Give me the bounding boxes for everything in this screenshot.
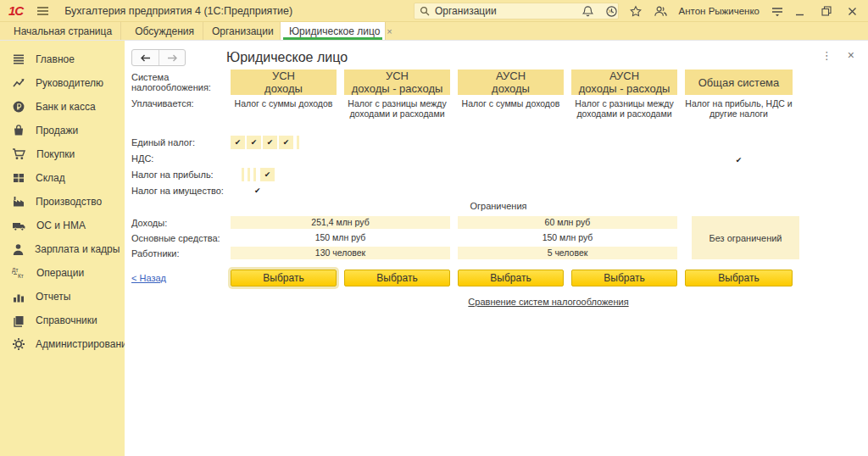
books-icon <box>12 314 25 327</box>
sidebar-item-production[interactable]: Производство <box>0 190 125 214</box>
property-tax-row: Налог на имущество: ✔ <box>125 182 868 198</box>
sidebar-item-payroll-hr[interactable]: Зарплата и кадры <box>0 237 125 261</box>
sidebar-item-label: Главное <box>36 53 75 65</box>
truck-icon <box>12 220 26 232</box>
sidebar-item-label: Справочники <box>36 314 97 326</box>
tab-label: Организации <box>212 25 274 37</box>
tab-discussions[interactable]: Обсуждения <box>121 22 203 40</box>
row-label: НДС: <box>131 153 231 164</box>
sidebar-item-label: Продажи <box>36 125 78 136</box>
sidebar-item-operations[interactable]: ДтКт Операции <box>0 261 125 285</box>
select-button-usn-income[interactable]: Выбрать <box>231 270 337 286</box>
service-menu-icon[interactable] <box>771 6 784 17</box>
bag-icon <box>12 124 25 137</box>
legal-entity-panel: ⋮ × Юридическое лицо Система налогооблож… <box>125 41 868 456</box>
forward-button[interactable] <box>159 50 185 65</box>
close-button[interactable] <box>848 7 863 16</box>
select-button-general-system[interactable]: Выбрать <box>685 270 793 286</box>
arrow-left-icon <box>140 54 151 62</box>
checkbox-checked: ✔ <box>231 136 245 149</box>
sidebar-item-label: Покупки <box>36 148 75 160</box>
compare-link-row: Сравнение систем налогообложения <box>125 297 868 309</box>
tab-bar: Начальная страница Обсуждения Организаци… <box>0 22 868 41</box>
arrow-right-icon <box>167 54 178 62</box>
person-icon <box>12 243 25 256</box>
tab-home[interactable]: Начальная страница <box>0 22 121 40</box>
tab-label: Обсуждения <box>135 25 194 37</box>
select-buttons-row: < Назад Выбрать Выбрать Выбрать Выбрать … <box>125 270 868 286</box>
checkbox-sliver <box>242 168 244 181</box>
row-label: Уплачивается: <box>131 98 231 108</box>
pays-value: Налог с суммы доходов <box>458 98 564 108</box>
sidebar-item-bank-cash[interactable]: Банк и касса <box>0 95 125 119</box>
ruble-circle-icon <box>12 100 25 114</box>
tab-label: Юридическое лицо <box>289 25 380 37</box>
no-limits-cell: Без ограничений <box>692 216 799 259</box>
select-button-ausn-income[interactable]: Выбрать <box>458 270 564 286</box>
pays-value: Налог с разницы между доходами и расхода… <box>344 98 450 119</box>
income-limit-ausn: 60 млн руб <box>458 216 677 229</box>
restore-button[interactable] <box>821 6 837 16</box>
sidebar-item-label: Руководителю <box>36 77 103 89</box>
column-title: УСН <box>272 70 295 82</box>
row-label: Единый налог: <box>131 137 231 147</box>
vat-row: НДС: ✔ <box>125 150 868 166</box>
notifications-icon[interactable] <box>581 5 594 18</box>
history-icon[interactable] <box>605 5 618 18</box>
column-title: АУСН <box>609 70 639 82</box>
sidebar-item-label: Производство <box>36 196 102 208</box>
checkbox-checked: ✔ <box>260 168 275 181</box>
select-button-ausn-income-expense[interactable]: Выбрать <box>571 270 677 286</box>
panel-header: Юридическое лицо <box>125 49 868 66</box>
bar-chart-icon <box>12 291 25 303</box>
sidebar-item-label: Банк и касса <box>36 101 96 113</box>
check-icon: ✔ <box>283 138 290 147</box>
search-icon <box>420 6 430 16</box>
back-link[interactable]: < Назад <box>131 273 166 283</box>
tab-legal-entity[interactable]: Юридическое лицо × <box>281 22 386 40</box>
tab-label: Начальная страница <box>14 25 112 37</box>
sidebar-item-label: ОС и НМА <box>36 220 86 231</box>
minimize-button[interactable] <box>795 7 810 16</box>
assets-limit-ausn: 150 млн руб <box>458 231 677 244</box>
row-label: Система налогообложения: <box>131 72 231 92</box>
grid-icon <box>12 171 25 185</box>
history-nav <box>131 49 186 66</box>
sidebar-item-administration[interactable]: Администрирование <box>0 332 125 356</box>
panel-close-icon[interactable]: × <box>848 48 854 62</box>
sidebar-item-label: Операции <box>36 267 84 279</box>
svg-text:Кт: Кт <box>18 273 24 279</box>
main-menu-icon[interactable] <box>36 6 49 16</box>
1c-logo: 1С <box>8 3 23 18</box>
current-user-name[interactable]: Антон Рыжиченко <box>679 6 760 16</box>
limits-caption-row: Ограничения <box>125 201 868 213</box>
sidebar-item-fixed-assets[interactable]: ОС и НМА <box>0 214 125 237</box>
sidebar-item-reports[interactable]: Отчеты <box>0 285 125 309</box>
back-button[interactable] <box>132 50 159 65</box>
factory-icon <box>12 195 25 209</box>
sidebar-item-sales[interactable]: Продажи <box>0 119 125 142</box>
sidebar-item-catalogs[interactable]: Справочники <box>0 309 125 332</box>
check-icon: ✔ <box>251 138 258 147</box>
title-bar: 1С Бухгалтерия предприятия 4 (1С:Предпри… <box>0 0 868 22</box>
checkbox-checked: ✔ <box>263 136 277 149</box>
check-icon: ✔ <box>235 138 242 147</box>
column-general-system: Общая система <box>685 70 793 95</box>
sidebar-item-manager[interactable]: Руководителю <box>0 71 125 95</box>
check-icon: ✔ <box>736 156 743 164</box>
sidebar-item-warehouse[interactable]: Склад <box>0 166 125 190</box>
sidebar-item-main[interactable]: Главное <box>0 47 125 71</box>
panel-more-icon[interactable]: ⋮ <box>821 49 832 62</box>
favorites-star-icon[interactable] <box>629 5 643 18</box>
tab-organizations[interactable]: Организации × <box>203 22 281 40</box>
sidebar-item-label: Администрирование <box>36 338 132 350</box>
users-icon[interactable] <box>654 5 668 17</box>
app-title: Бухгалтерия предприятия 4 (1С:Предприяти… <box>64 5 292 17</box>
tab-close-icon[interactable]: × <box>387 26 392 36</box>
employees-limit-ausn: 5 человек <box>458 247 677 259</box>
compare-systems-link[interactable]: Сравнение систем налогообложения <box>468 297 628 307</box>
sidebar-item-purchases[interactable]: Покупки <box>0 142 125 166</box>
column-title: Общая система <box>698 76 780 89</box>
select-button-usn-income-expense[interactable]: Выбрать <box>344 270 450 286</box>
trend-icon <box>12 76 25 90</box>
